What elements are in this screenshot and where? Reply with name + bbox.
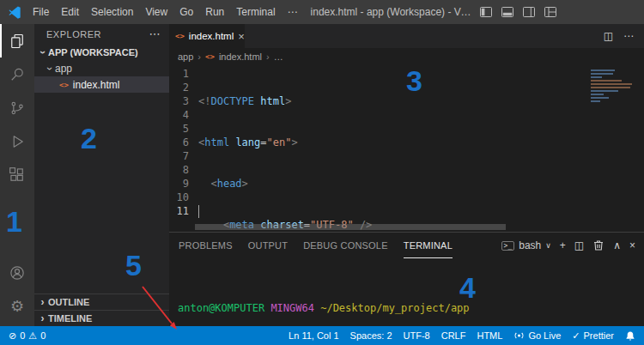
file-label: index.html — [73, 79, 120, 91]
menu-edit[interactable]: Edit — [55, 6, 85, 18]
breadcrumb-file[interactable]: index.html — [219, 51, 262, 62]
encoding-setting[interactable]: UTF-8 — [404, 330, 430, 341]
activity-explorer-button[interactable] — [0, 24, 34, 58]
new-terminal-icon[interactable]: + — [560, 239, 566, 251]
breadcrumb-more[interactable]: … — [274, 51, 283, 62]
activity-search-button[interactable] — [0, 58, 34, 91]
window-title: index.html - app (Workspace) - Visual St… — [304, 6, 480, 18]
error-icon: ⊘ — [9, 331, 16, 341]
file-row-index-html[interactable]: <> index.html — [34, 76, 169, 93]
files-icon — [9, 33, 26, 50]
formatter-prettier[interactable]: ✓ Prettier — [572, 330, 614, 341]
bottom-panel: PROBLEMS OUTPUT DEBUG CONSOLE TERMINAL >… — [169, 232, 644, 326]
menu-terminal[interactable]: Terminal — [230, 6, 281, 18]
code-editor[interactable]: 1234567891011 <!DOCTYPE html> <html lang… — [169, 65, 644, 232]
chevron-down-icon: › — [44, 63, 56, 74]
timeline-section[interactable]: › TIMELINE — [34, 310, 169, 326]
tab-index-html[interactable]: <> index.html × — [169, 24, 245, 48]
panel-tab-output[interactable]: OUTPUT — [248, 233, 288, 258]
go-live-button[interactable]: Go Live — [513, 330, 561, 341]
extensions-icon — [9, 166, 26, 184]
main-area: ⚙ EXPLORER ⋯ › APP (WORKSPACE) › app <> … — [0, 24, 644, 326]
terminal-actions: >_ bash ∨ + ◫ ∧ × — [501, 239, 635, 251]
terminal-shell-selector[interactable]: >_ bash ∨ — [501, 239, 551, 251]
menu-overflow-icon[interactable]: ⋯ — [282, 6, 304, 18]
outline-label: OUTLINE — [48, 297, 89, 307]
explorer-title: EXPLORER — [46, 29, 101, 39]
notifications-bell-icon[interactable] — [625, 330, 635, 341]
code-content[interactable]: <!DOCTYPE html> <html lang="en"> <head> … — [195, 65, 644, 232]
workspace-row[interactable]: › APP (WORKSPACE) — [34, 44, 169, 60]
activity-debug-button[interactable] — [0, 124, 34, 158]
chevron-right-icon: › — [37, 312, 48, 324]
customize-layout-icon[interactable] — [544, 7, 556, 17]
folder-label: app — [55, 63, 72, 75]
titlebar-layout-controls — [480, 7, 639, 17]
panel-tab-debug-console[interactable]: DEBUG CONSOLE — [303, 233, 388, 258]
menu-run[interactable]: Run — [199, 6, 230, 18]
language-mode[interactable]: HTML — [477, 330, 502, 341]
run-debug-icon — [9, 133, 26, 150]
timeline-label: TIMELINE — [48, 313, 92, 324]
explorer-header: EXPLORER ⋯ — [34, 24, 169, 44]
shell-name: bash — [519, 239, 541, 251]
chevron-right-icon: › — [266, 51, 270, 62]
editor-more-actions-icon[interactable]: ⋯ — [623, 30, 634, 42]
tab-bar: <> index.html × ◫ ⋯ — [169, 24, 644, 48]
workspace-label: APP (WORKSPACE) — [48, 47, 138, 58]
sidebar-bottom-sections: › OUTLINE › TIMELINE — [34, 294, 169, 326]
toggle-sidebar-icon[interactable] — [480, 7, 492, 17]
horizontal-scrollbar[interactable] — [195, 224, 506, 230]
editor-actions: ◫ ⋯ — [604, 24, 644, 48]
activity-account-button[interactable] — [0, 256, 34, 289]
menu-go[interactable]: Go — [173, 6, 199, 18]
activity-settings-button[interactable]: ⚙ — [0, 289, 34, 323]
code-line[interactable]: <html lang="en"> — [198, 136, 644, 149]
tab-label: index.html — [189, 31, 234, 41]
warning-count: 0 — [40, 330, 46, 341]
problems-indicator[interactable]: ⊘ 0 ⚠ 0 — [9, 330, 46, 341]
cursor-position[interactable]: Ln 11, Col 1 — [289, 330, 339, 341]
folder-row-app[interactable]: › app — [34, 60, 169, 76]
activity-bar: ⚙ — [0, 24, 34, 326]
menu-view[interactable]: View — [139, 6, 173, 18]
tab-close-icon[interactable]: × — [238, 31, 245, 42]
text-cursor — [198, 205, 199, 218]
close-panel-icon[interactable]: × — [629, 239, 635, 251]
chevron-down-icon: › — [37, 46, 49, 58]
split-editor-icon[interactable]: ◫ — [604, 30, 613, 42]
outline-section[interactable]: › OUTLINE — [34, 294, 169, 310]
terminal-icon: >_ — [501, 241, 515, 251]
toggle-secondary-sidebar-icon[interactable] — [523, 7, 535, 17]
breadcrumb-folder[interactable]: app — [178, 51, 193, 62]
broadcast-icon — [513, 331, 525, 341]
eol-setting[interactable]: CRLF — [441, 330, 466, 341]
code-line[interactable]: <!DOCTYPE html> — [198, 94, 644, 108]
activity-source-control-button[interactable] — [0, 91, 34, 124]
search-icon — [9, 66, 26, 83]
activity-extensions-button[interactable] — [0, 158, 34, 191]
vscode-window: File Edit Selection View Go Run Terminal… — [0, 0, 644, 345]
activity-bar-bottom: ⚙ — [0, 256, 34, 326]
code-line[interactable]: <head> — [198, 177, 644, 191]
panel-tab-problems[interactable]: PROBLEMS — [179, 233, 233, 258]
explorer-actions-more-icon[interactable]: ⋯ — [149, 27, 161, 40]
explorer-sidebar: EXPLORER ⋯ › APP (WORKSPACE) › app <> in… — [34, 24, 169, 326]
menu-file[interactable]: File — [27, 6, 55, 18]
editor-group: <> index.html × ◫ ⋯ app › <> index.html … — [169, 24, 644, 326]
chevron-right-icon: › — [197, 51, 201, 62]
kill-terminal-trash-icon[interactable] — [592, 239, 605, 251]
html-file-icon: <> — [175, 32, 185, 40]
vscode-logo-icon — [8, 5, 21, 19]
panel-tab-terminal[interactable]: TERMINAL — [404, 233, 453, 258]
indentation-setting[interactable]: Spaces: 2 — [350, 330, 392, 341]
terminal-line: anton@KOMPUTER MINGW64 ~/Desktop/my_proj… — [178, 300, 644, 316]
maximize-panel-icon[interactable]: ∧ — [613, 239, 621, 251]
menu-selection[interactable]: Selection — [85, 6, 139, 18]
toggle-panel-icon[interactable] — [501, 7, 513, 17]
line-number-gutter[interactable]: 1234567891011 — [169, 65, 195, 232]
chevron-right-icon: › — [37, 296, 48, 308]
split-terminal-icon[interactable]: ◫ — [574, 239, 584, 251]
chevron-down-icon: ∨ — [545, 241, 551, 250]
minimap[interactable] — [591, 70, 637, 102]
